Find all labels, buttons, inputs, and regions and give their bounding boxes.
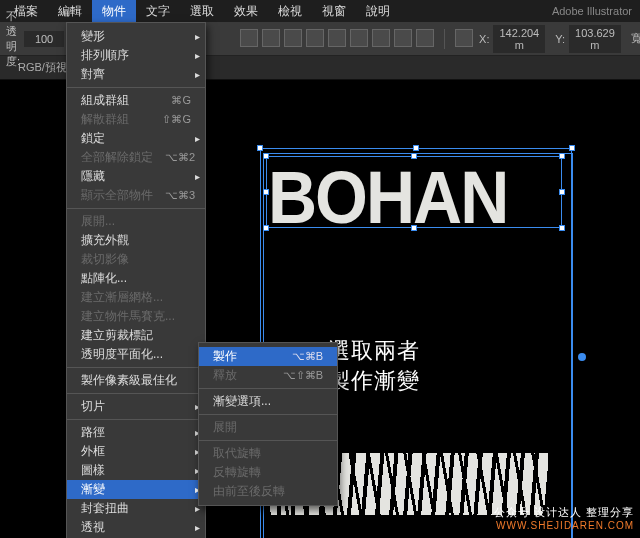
- align-icon[interactable]: [284, 29, 302, 47]
- transform-icon[interactable]: [455, 29, 473, 47]
- menu-item[interactable]: 變形: [67, 27, 205, 46]
- menu-item[interactable]: 透明度平面化...: [67, 345, 205, 364]
- menu-item[interactable]: 透視: [67, 518, 205, 537]
- menu-item: 取代旋轉: [199, 444, 337, 463]
- distribute-icon[interactable]: [372, 29, 390, 47]
- menubar: 檔案 編輯 物件 文字 選取 效果 檢視 視窗 說明 Adobe Illustr…: [0, 0, 640, 22]
- menu-item: 全部解除鎖定⌥⌘2: [67, 148, 205, 167]
- menu-effect[interactable]: 效果: [224, 0, 268, 23]
- menu-item: 釋放⌥⇧⌘B: [199, 366, 337, 385]
- menu-item[interactable]: 路徑: [67, 423, 205, 442]
- menu-object[interactable]: 物件: [92, 0, 136, 23]
- menu-item[interactable]: 組成群組⌘G: [67, 91, 205, 110]
- blend-submenu[interactable]: 製作⌥⌘B釋放⌥⇧⌘B漸變選項...展開取代旋轉反轉旋轉由前至後反轉: [198, 342, 338, 506]
- x-label: X:: [479, 33, 489, 45]
- watermark: 公众号 设计达人 整理分享 WWW.SHEJIDAREN.COM: [494, 505, 634, 532]
- menu-item[interactable]: 漸變選項...: [199, 392, 337, 411]
- menu-item[interactable]: 對齊: [67, 65, 205, 84]
- menu-item[interactable]: 隱藏: [67, 167, 205, 186]
- y-value[interactable]: 103.629 m: [569, 25, 621, 53]
- menu-item[interactable]: 切片: [67, 397, 205, 416]
- menu-item: 建立物件馬賽克...: [67, 307, 205, 326]
- align-icon[interactable]: [306, 29, 324, 47]
- menu-item[interactable]: 製作⌥⌘B: [199, 347, 337, 366]
- menu-view[interactable]: 檢視: [268, 0, 312, 23]
- menu-type[interactable]: 文字: [136, 0, 180, 23]
- menu-item[interactable]: 外框: [67, 442, 205, 461]
- menu-item[interactable]: 製作像素級最佳化: [67, 371, 205, 390]
- menu-item[interactable]: 圖樣: [67, 461, 205, 480]
- menu-item: 建立漸層網格...: [67, 288, 205, 307]
- menu-item[interactable]: 漸變: [67, 480, 205, 499]
- w-label: 寬:: [631, 31, 640, 46]
- menu-item: 裁切影像: [67, 250, 205, 269]
- object-menu[interactable]: 變形排列順序對齊組成群組⌘G解散群組⇧⌘G鎖定全部解除鎖定⌥⌘2隱藏顯示全部物件…: [66, 22, 206, 538]
- menu-select[interactable]: 選取: [180, 0, 224, 23]
- align-icon[interactable]: [328, 29, 346, 47]
- anchor-point[interactable]: [578, 353, 586, 361]
- menu-item: 反轉旋轉: [199, 463, 337, 482]
- menu-edit[interactable]: 編輯: [48, 0, 92, 23]
- menu-item: 展開...: [67, 212, 205, 231]
- app-brand: Adobe Illustrator: [552, 5, 632, 17]
- menu-item[interactable]: 封套扭曲: [67, 499, 205, 518]
- menu-item[interactable]: 建立剪裁標記: [67, 326, 205, 345]
- menu-item: 顯示全部物件⌥⌘3: [67, 186, 205, 205]
- x-value[interactable]: 142.204 m: [493, 25, 545, 53]
- align-icon[interactable]: [262, 29, 280, 47]
- menu-help[interactable]: 說明: [356, 0, 400, 23]
- menu-item[interactable]: 擴充外觀: [67, 231, 205, 250]
- opacity-value[interactable]: 100: [24, 31, 64, 47]
- menu-window[interactable]: 視窗: [312, 0, 356, 23]
- menu-item: 展開: [199, 418, 337, 437]
- align-icon[interactable]: [240, 29, 258, 47]
- menu-item[interactable]: 鎖定: [67, 129, 205, 148]
- y-label: Y:: [555, 33, 565, 45]
- menu-item: 解散群組⇧⌘G: [67, 110, 205, 129]
- menu-item[interactable]: 點陣化...: [67, 269, 205, 288]
- align-icon[interactable]: [350, 29, 368, 47]
- distribute-icon[interactable]: [416, 29, 434, 47]
- distribute-icon[interactable]: [394, 29, 412, 47]
- menu-item: 由前至後反轉: [199, 482, 337, 501]
- menu-item[interactable]: 排列順序: [67, 46, 205, 65]
